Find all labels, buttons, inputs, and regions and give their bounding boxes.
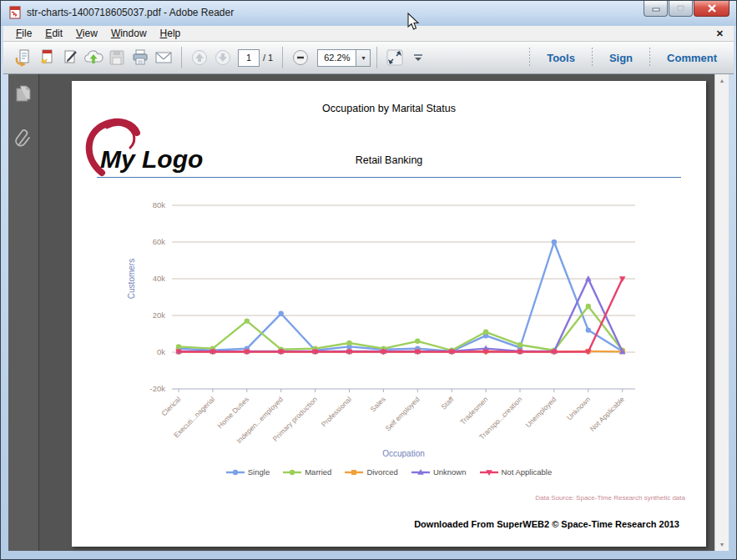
page-up-icon [189,48,209,68]
page-thumbnails-button[interactable] [13,83,34,104]
menu-file[interactable]: File [9,26,38,41]
close-icon [707,4,717,13]
svg-text:Staff: Staff [439,395,456,411]
next-page-button[interactable] [211,46,235,69]
legend-label: Divorced [366,467,398,477]
legend-label: Married [305,467,331,477]
zoom-out-icon [290,48,310,68]
legend-label: Single [248,467,270,477]
toolbar-separator [376,47,377,68]
panel-separator [649,48,650,68]
series-unknown [175,275,625,354]
fit-page-button[interactable] [383,46,406,69]
resize-arrows-icon [385,48,405,68]
adobe-reader-window: str-charts-1400718605037.pdf - Adobe Rea… [0,0,737,560]
pdf-file-icon [8,6,22,19]
menu-edit[interactable]: Edit [38,26,69,41]
page-thumbnails-icon [14,83,33,103]
svg-text:20k: 20k [153,310,166,320]
download-footer: Downloaded From SuperWEB2 © Space-Time R… [414,519,679,529]
report-subtitle: Retail Banking [72,154,706,166]
menu-view[interactable]: View [69,26,104,41]
company-logo: My Logo [77,114,219,186]
legend-swatch-icon [480,468,498,477]
svg-text:Clerical: Clerical [159,395,182,417]
chart-legend: SingleMarriedDivorcedUnknownNot Applicab… [72,467,706,477]
scroll-up-icon[interactable]: ▲ [719,74,725,87]
sign-panel-button[interactable]: Sign [601,48,641,68]
chart-svg: 80k60k40k20k0k-20kClericalExecuti...nage… [118,181,660,465]
save-icon [107,48,127,68]
data-source-note: Data Source: Space-Time Research synthet… [535,494,685,502]
toolbar-separator [181,47,182,68]
page-count-label: / 1 [263,53,273,63]
paperclip-icon [13,128,33,149]
page-number-input[interactable] [238,49,260,67]
legend-swatch-icon [345,468,363,477]
svg-text:-20k: -20k [150,384,166,393]
svg-text:Self employed: Self employed [384,395,422,432]
zoom-out-button[interactable] [289,46,312,69]
legend-label: Unknown [433,467,467,477]
comment-panel-button[interactable]: Comment [659,48,725,68]
svg-text:Professional: Professional [320,395,353,428]
tools-panel-button[interactable]: Tools [538,48,583,68]
open-button[interactable] [12,46,35,69]
zoom-level-control[interactable]: 62.2% ▾ [317,49,371,67]
document-area[interactable]: Occupation by Marital Status My Logo Ret… [39,74,714,551]
panel-separator [592,48,593,68]
restore-icon [676,4,685,13]
print-button[interactable] [129,46,152,69]
svg-text:60k: 60k [153,237,166,246]
toolbar-more-icon [411,51,425,64]
email-button[interactable] [152,46,175,69]
close-button[interactable] [694,1,729,17]
chevron-down-icon: ▾ [361,54,365,62]
legend-item: Divorced [345,467,398,477]
sign-pen-button[interactable] [58,46,82,69]
svg-text:Not Applicable: Not Applicable [588,395,627,433]
series-single [176,240,625,354]
legend-item: Not Applicable [480,467,553,477]
toolbar-separator [282,47,283,68]
svg-text:Customers: Customers [127,259,136,299]
legend-swatch-icon [226,468,245,477]
legend-swatch-icon [411,468,430,477]
vertical-scrollbar[interactable]: ▲ ▼ [714,74,729,551]
title-bar[interactable]: str-charts-1400718605037.pdf - Adobe Rea… [1,1,736,26]
svg-text:40k: 40k [153,274,166,283]
header-divider [97,177,681,178]
toolbar: / 1 62.2% ▾ [3,42,734,74]
zoom-level-value: 62.2% [318,53,356,63]
cloud-upload-button[interactable] [82,46,105,69]
sign-pen-icon [60,48,80,68]
legend-item: Married [283,467,331,477]
minimize-button[interactable] [644,1,668,17]
svg-text:Sales: Sales [369,395,387,413]
menu-bar: File Edit View Window Help ✕ [3,26,734,42]
save-button[interactable] [105,46,129,69]
create-pdf-button[interactable] [35,46,58,69]
previous-page-button[interactable] [188,46,211,69]
cloud-upload-icon [83,48,104,68]
email-icon [154,48,174,68]
svg-text:Home Duties: Home Duties [215,395,250,430]
print-icon [130,48,150,68]
scroll-down-icon[interactable]: ▼ [719,538,725,551]
svg-text:80k: 80k [153,200,166,209]
create-pdf-icon [37,48,57,68]
svg-text:Unknown: Unknown [565,395,592,421]
restore-button[interactable] [669,1,693,17]
navigation-pane [8,74,39,551]
toolbar-more-button[interactable] [406,46,430,69]
close-document-button[interactable]: ✕ [713,28,727,40]
page-down-icon [213,48,233,68]
menu-help[interactable]: Help [154,26,188,41]
svg-text:Occupation: Occupation [382,449,425,458]
menu-window[interactable]: Window [104,26,154,41]
zoom-dropdown-button[interactable]: ▾ [356,50,370,66]
panel-separator [529,48,530,68]
legend-swatch-icon [283,468,301,477]
attachments-button[interactable] [13,128,34,149]
window-title: str-charts-1400718605037.pdf - Adobe Rea… [27,7,234,18]
